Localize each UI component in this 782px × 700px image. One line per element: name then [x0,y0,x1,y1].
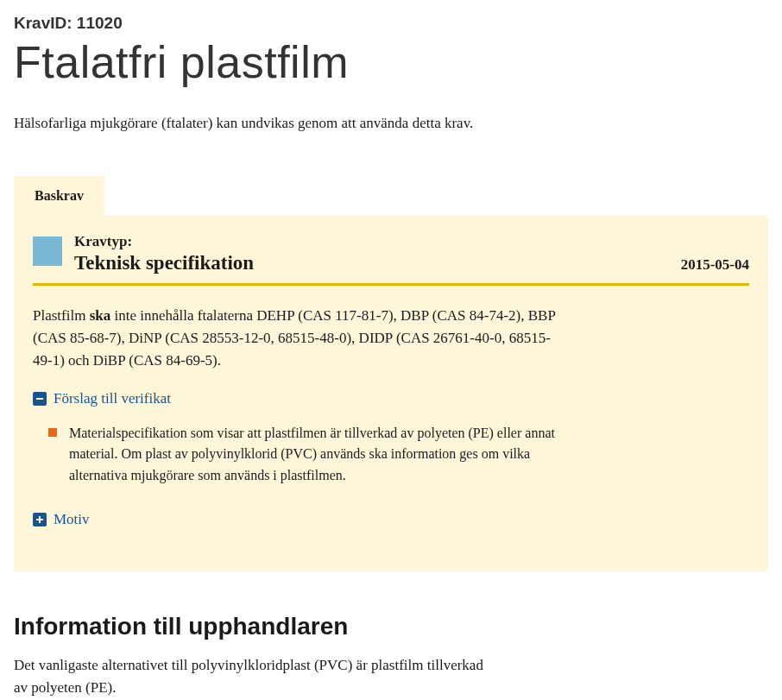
krav-header: Kravtyp: Teknisk specifikation 2015-05-0… [33,233,749,274]
verifikat-toggle-label: Förslag till verifikat [54,390,171,407]
krav-body-pre: Plastfilm [33,307,90,324]
krav-id-value: 11020 [77,14,123,32]
svg-rect-2 [39,516,41,523]
intro-text: Hälsofarliga mjukgörare (ftalater) kan u… [14,112,768,135]
bullet-icon [48,428,57,437]
list-item: Materialspecifikation som visar att plas… [48,423,566,487]
kravtyp-label: Kravtyp: [74,233,749,250]
minus-icon [33,392,47,406]
krav-body-post: inte innehålla ftalaterna DEHP (CAS 117-… [33,307,555,369]
plus-icon [33,513,47,527]
verifikat-toggle[interactable]: Förslag till verifikat [33,390,749,407]
krav-meta: Kravtyp: Teknisk specifikation 2015-05-0… [74,233,749,274]
krav-id-label: KravID: [14,14,77,32]
motiv-toggle-label: Motiv [54,511,90,528]
krav-id: KravID: 11020 [14,14,768,33]
motiv-toggle[interactable]: Motiv [33,511,749,528]
verifikat-item-text: Materialspecifikation som visar att plas… [69,423,566,487]
info-heading: Information till upphandlaren [14,613,768,640]
krav-type-square-icon [33,236,62,266]
krav-divider [33,283,749,286]
verifikat-list: Materialspecifikation som visar att plas… [33,423,749,487]
tab-baskrav[interactable]: Baskrav [14,176,104,216]
page-title: Ftalatfri plastfilm [14,36,768,88]
tab-bar: Baskrav [14,176,768,216]
krav-body-ska: ska [90,307,111,324]
baskrav-panel: Kravtyp: Teknisk specifikation 2015-05-0… [14,216,768,571]
svg-rect-0 [36,398,43,400]
krav-date: 2015-05-04 [681,256,749,274]
krav-spec: Teknisk specifikation [74,252,254,274]
info-body: Det vanligaste alternativet till polyvin… [14,654,497,700]
krav-body: Plastfilm ska inte innehålla ftalaterna … [33,305,568,373]
